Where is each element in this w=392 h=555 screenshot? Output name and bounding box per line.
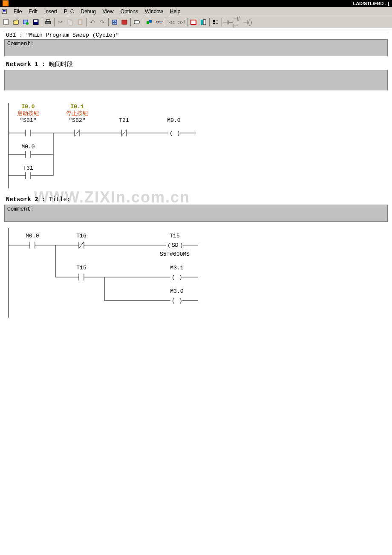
n1-c2-addr: I0.1 (70, 104, 84, 110)
toolbar-sep (143, 18, 143, 26)
n2-c3-addr: T15 (76, 265, 86, 271)
svg-point-5 (26, 22, 29, 25)
copy-button[interactable] (66, 17, 75, 27)
network1-ladder[interactable]: ( ) I0.0 启动按钮 "SB1" I0.1 停止按钮 "SB2" T21 … (4, 99, 388, 193)
network1-comment[interactable] (4, 70, 388, 90)
svg-rect-9 (46, 20, 50, 21)
open-button[interactable] (12, 17, 21, 27)
svg-rect-18 (149, 20, 152, 23)
n2-coil1-addr: M3.1 (170, 265, 183, 271)
program-elements-button[interactable] (211, 17, 220, 27)
no-contact-button[interactable]: ⊣⊢ (223, 17, 233, 27)
block-comment[interactable]: Comment: (4, 39, 388, 56)
n2-timer-addr: T15 (170, 233, 179, 239)
app-icon (3, 0, 9, 6)
nc-contact-button[interactable]: ⊣/⊢ (233, 17, 242, 27)
network2-comment[interactable]: Comment: (4, 205, 388, 222)
n1-c3-addr: T21 (119, 117, 129, 124)
app-title: LAD/STL/FBD - [ (353, 1, 389, 6)
network2-ladder[interactable]: ( SD ) T15 S5T#600MS ( ) M3.1 ( ) M3.0 (4, 228, 388, 318)
network1-title-text[interactable]: 晚间时段 (49, 61, 73, 68)
svg-rect-20 (201, 20, 203, 25)
svg-rect-21 (203, 20, 206, 25)
n1-coil-addr: M0.0 (167, 117, 180, 124)
n1-branch2-addr: T31 (23, 165, 33, 171)
redo-button[interactable]: ↷ (98, 17, 107, 27)
comment-label: Comment: (7, 40, 34, 47)
svg-text:): ) (179, 274, 182, 280)
block-header: OB1 : "Main Program Sweep (Cycle)" (4, 31, 388, 39)
menu-file[interactable]: File (10, 8, 25, 15)
mdi-doc-icon (2, 9, 8, 14)
cut-button[interactable]: ✂ (56, 17, 65, 27)
new-button[interactable] (2, 17, 11, 27)
symbol-button[interactable] (144, 17, 154, 27)
open-online-button[interactable] (21, 17, 31, 27)
toolbar-sep (86, 18, 86, 26)
svg-text:(: ( (172, 274, 175, 280)
n2-timer-preset: S5T#600MS (160, 251, 190, 257)
network2-prefix: Network 2 (6, 196, 38, 203)
undo-button[interactable]: ↶ (88, 17, 97, 27)
editor-content: OB1 : "Main Program Sweep (Cycle)" Comme… (0, 28, 392, 326)
network2-title-text[interactable]: Title: (49, 196, 70, 203)
menu-view[interactable]: View (99, 8, 117, 15)
menu-window[interactable]: Window (141, 8, 167, 15)
n1-c2-desc: 停止按钮 (66, 110, 88, 116)
prev-button[interactable]: !≪ (167, 17, 176, 27)
toolbar: ✂ ↶ ↷ 👓 !≪ ≫! ⊣⊢ ⊣/⊢ ⊣() (0, 16, 392, 28)
toolbar-sep (209, 18, 210, 26)
menu-bar: File Edit Insert PLC Debug View Options … (0, 7, 392, 16)
download-button[interactable] (110, 17, 119, 27)
n1-branch1-addr: M0.0 (21, 144, 35, 150)
n1-c1-addr: I0.0 (21, 104, 35, 110)
network1-title: Network 1 : 晚间时段 (4, 57, 388, 70)
svg-text:(: ( (167, 242, 171, 249)
coil-open: ( (170, 130, 173, 136)
svg-rect-1 (3, 10, 6, 11)
svg-rect-17 (147, 21, 149, 24)
upload-button[interactable] (120, 17, 129, 27)
svg-rect-16 (134, 20, 139, 24)
n1-c2-sym: "SB2" (69, 117, 85, 124)
menu-debug[interactable]: Debug (77, 8, 99, 15)
coil-button[interactable]: ⊣() (243, 17, 252, 27)
svg-rect-7 (34, 20, 37, 22)
toolbar-sep (187, 18, 187, 26)
svg-rect-2 (3, 11, 6, 12)
print-button[interactable] (43, 17, 53, 27)
menu-options[interactable]: Options (117, 8, 141, 15)
svg-rect-8 (46, 21, 51, 24)
svg-rect-11 (69, 21, 72, 25)
n1-c1-sym: "SB1" (20, 117, 36, 124)
network2-title: Network 2 : Title: (4, 193, 388, 205)
coil-close: ) (177, 130, 180, 136)
menu-help[interactable]: Help (167, 8, 184, 15)
save-button[interactable] (31, 17, 40, 27)
toolbar-sep (108, 18, 109, 26)
glasses-button[interactable]: 👓 (154, 17, 164, 27)
paste-button[interactable] (75, 17, 85, 27)
n2-timer-type: SD (172, 242, 179, 249)
svg-rect-22 (213, 20, 215, 22)
title-bar: LAD/STL/FBD - [ (0, 0, 392, 7)
svg-rect-15 (122, 20, 127, 24)
toolbar-sep (222, 18, 222, 26)
overview-button[interactable] (189, 17, 198, 27)
monitor-button[interactable] (132, 17, 141, 27)
next-button[interactable]: ≫! (176, 17, 186, 27)
menu-insert[interactable]: Insert (41, 8, 61, 15)
n2-coil2-addr: M3.0 (170, 288, 183, 295)
svg-rect-13 (79, 20, 81, 24)
svg-text:): ) (180, 242, 183, 249)
svg-text:): ) (179, 298, 182, 304)
menu-plc[interactable]: PLC (61, 8, 77, 15)
svg-text:(: ( (172, 298, 175, 304)
menu-edit[interactable]: Edit (25, 8, 41, 15)
catalog-button[interactable] (199, 17, 208, 27)
toolbar-sep (130, 18, 131, 26)
toolbar-sep (165, 18, 165, 26)
svg-line-35 (75, 130, 80, 136)
svg-line-39 (121, 130, 127, 136)
svg-rect-3 (4, 19, 8, 25)
